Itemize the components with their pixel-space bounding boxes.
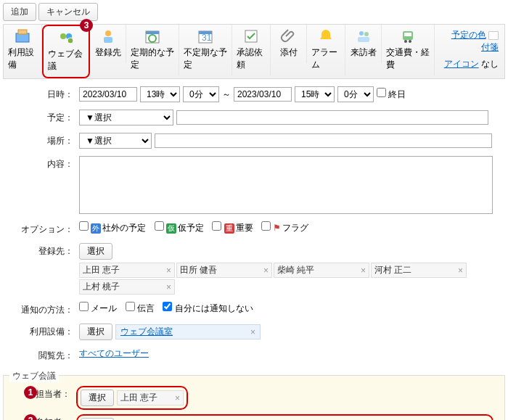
notify-label: 通知の方法： xyxy=(10,302,79,316)
reg-tag: 上田 恵子× xyxy=(79,263,175,278)
facility-link[interactable]: ウェブ会議室 xyxy=(120,326,173,338)
svg-text:31: 31 xyxy=(202,33,212,43)
toolbar-right: 予定の色 付箋 アイコン なし xyxy=(435,25,504,75)
reg-tag: 上村 桃子× xyxy=(79,279,175,295)
tb-web-meeting[interactable]: 3 ウェブ会議 xyxy=(42,25,90,78)
svg-point-2 xyxy=(60,33,66,39)
datetime-label: 日時： xyxy=(10,86,79,101)
svg-point-20 xyxy=(409,40,411,43)
date-to[interactable] xyxy=(234,87,292,102)
register-tags: 上田 恵子× 田所 健吾× 柴崎 純平× 河村 正二× 上村 桃子× xyxy=(79,263,467,295)
date-from[interactable] xyxy=(79,87,137,102)
facility-label: 利用設備： xyxy=(10,324,79,338)
opt-important-check[interactable] xyxy=(212,221,221,231)
remove-icon[interactable]: × xyxy=(361,265,366,276)
reg-tag: 柴崎 純平× xyxy=(274,263,369,278)
tb-approval[interactable]: 承認依頼 xyxy=(232,25,271,75)
tb-facility[interactable]: 利用設備 xyxy=(4,25,42,75)
tb-transport[interactable]: 交通費・経費 xyxy=(382,25,435,75)
icon-link[interactable]: アイコン xyxy=(444,59,479,69)
plan-text[interactable] xyxy=(176,110,488,125)
host-box: 選択 上田 恵子× xyxy=(76,386,188,410)
remove-icon[interactable]: × xyxy=(166,282,171,292)
remove-icon[interactable]: × xyxy=(458,265,463,276)
svg-rect-16 xyxy=(358,37,369,42)
host-label: 担当者： xyxy=(11,386,76,400)
svg-rect-0 xyxy=(16,33,29,42)
plan-label: 予定： xyxy=(10,110,79,124)
min-from[interactable]: 0分 xyxy=(183,86,219,102)
cancel-button-top[interactable]: キャンセル xyxy=(38,3,98,21)
svg-point-19 xyxy=(404,40,407,43)
tb-visitor[interactable]: 来訪者 xyxy=(345,25,382,63)
add-button-top[interactable]: 追加 xyxy=(3,3,36,21)
facility-select-btn[interactable]: 選択 xyxy=(79,324,112,340)
sticky-link[interactable]: 付箋 xyxy=(481,42,499,52)
web-meeting-legend: ウェブ会議 xyxy=(9,370,59,382)
svg-rect-18 xyxy=(404,33,411,36)
schedule-color-link[interactable]: 予定の色 xyxy=(451,30,486,40)
min-to[interactable]: 0分 xyxy=(337,86,374,102)
svg-rect-8 xyxy=(146,31,159,34)
out-icon: 外 xyxy=(91,223,101,234)
remove-icon[interactable]: × xyxy=(250,327,255,337)
reg-tag: 河村 正二× xyxy=(371,263,467,278)
svg-rect-6 xyxy=(104,37,112,43)
form-area: 日時： 13時 0分 ～ 15時 0分 終日 予定： ▼選択 場所： ▼選択 内… xyxy=(3,79,505,372)
opt-tentative-check[interactable] xyxy=(155,221,164,231)
place-select[interactable]: ▼選択 xyxy=(79,133,152,149)
register-select-btn[interactable]: 選択 xyxy=(79,243,112,260)
content-textarea[interactable] xyxy=(79,156,493,214)
notify-mail-check[interactable] xyxy=(79,302,89,311)
svg-rect-1 xyxy=(18,30,27,34)
tb-irregular[interactable]: 31不定期な予定 xyxy=(179,25,232,75)
hour-from[interactable]: 13時 xyxy=(140,86,180,102)
plan-select[interactable]: ▼選択 xyxy=(79,110,173,125)
color-swatch[interactable] xyxy=(488,31,499,40)
tb-attach[interactable]: 添付 xyxy=(271,25,307,63)
participants-label: 参加者： xyxy=(11,414,76,420)
opt-out-check[interactable] xyxy=(79,221,89,231)
viewers-link[interactable]: すべてのユーザー xyxy=(79,347,149,360)
tb-register[interactable]: 登録先 xyxy=(90,25,126,63)
svg-point-15 xyxy=(364,32,369,36)
hour-to[interactable]: 15時 xyxy=(295,86,335,102)
viewers-label: 閲覧先： xyxy=(10,347,79,362)
notify-none-check[interactable] xyxy=(163,302,172,311)
option-label: オプション： xyxy=(10,221,79,236)
allday-label[interactable]: 終日 xyxy=(377,88,406,101)
tentative-icon: 仮 xyxy=(166,223,176,234)
place-label: 場所： xyxy=(10,133,79,147)
remove-icon[interactable]: × xyxy=(175,393,180,403)
host-select-btn[interactable]: 選択 xyxy=(81,390,114,406)
web-meeting-section: ウェブ会議 1 担当者： 選択 上田 恵子× 2 参加者： 選択 上田 恵子× … xyxy=(3,375,505,420)
flag-icon: ⚑ xyxy=(273,223,281,233)
toolbar: 利用設備 3 ウェブ会議 登録先 定期的な予定 31不定期な予定 承認依頼 添付… xyxy=(3,24,505,79)
participants-box: 選択 上田 恵子× 田所 健吾× 柴崎 純平× 河村 正二× 上村 桃子× xyxy=(76,414,493,420)
remove-icon[interactable]: × xyxy=(166,265,171,276)
tilde: ～ xyxy=(222,88,231,101)
svg-point-4 xyxy=(67,38,73,44)
content-label: 内容： xyxy=(10,156,79,170)
place-text[interactable] xyxy=(155,133,492,148)
remove-icon[interactable]: × xyxy=(263,265,269,276)
callout-badge-1: 1 xyxy=(24,386,37,399)
tb-alarm[interactable]: アラーム xyxy=(307,25,345,75)
reg-tag: 田所 健吾× xyxy=(176,263,272,278)
svg-point-14 xyxy=(359,31,364,36)
register-label: 登録先： xyxy=(10,243,79,258)
notify-dengon-check[interactable] xyxy=(126,302,135,311)
tb-recurring[interactable]: 定期的な予定 xyxy=(126,25,179,75)
allday-check[interactable] xyxy=(377,88,386,97)
important-icon: 重 xyxy=(224,223,234,234)
opt-flag-check[interactable] xyxy=(261,221,271,231)
svg-point-5 xyxy=(105,30,111,36)
facility-tag: ウェブ会議室× xyxy=(115,324,261,339)
host-tag: 上田 恵子× xyxy=(117,390,184,405)
